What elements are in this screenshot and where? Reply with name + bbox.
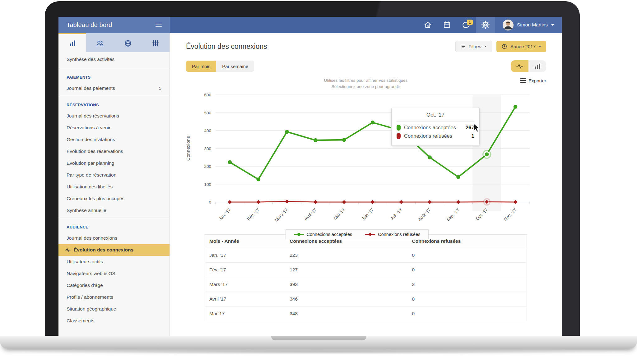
cell-accepted: 223: [285, 248, 407, 262]
filters-button[interactable]: Filtres: [455, 41, 492, 52]
svg-text:Nov. '17: Nov. '17: [503, 207, 518, 222]
sidebar-item-par-type-de-reservation[interactable]: Par type de réservation: [58, 169, 170, 181]
calendar-icon[interactable]: [437, 17, 457, 33]
sidebar-item-label: Évolution par planning: [67, 160, 114, 166]
sidebar-item-synthese-des-activites[interactable]: Synthèse des activités: [58, 52, 170, 67]
tooltip-label: Connexions acceptées: [404, 125, 456, 131]
cell-month: Fév. '17: [205, 262, 286, 277]
sidebar-item-label: Utilisation des libellés: [67, 184, 113, 190]
topbar-brand-section: Tableau de bord: [58, 17, 170, 33]
tooltip-label: Connexions refusées: [404, 133, 452, 139]
sidebar-item-categories-d-age[interactable]: Catégories d'âge: [58, 279, 170, 291]
sidebar-item-journal-des-reservations[interactable]: Journal des réservations: [58, 110, 170, 122]
chat-icon[interactable]: 1: [457, 17, 476, 33]
sidebar-item-label: Journal des paiements: [67, 85, 115, 91]
sidebar-item-journal-des-connexions[interactable]: Journal des connexions: [58, 232, 170, 244]
tab-settings-sliders[interactable]: [142, 33, 170, 52]
cell-refused: 0: [408, 248, 527, 262]
laptop-shadow: [12, 349, 625, 354]
gear-icon[interactable]: [476, 17, 495, 33]
sidebar-item-label: Évolution des réservations: [67, 149, 123, 154]
sidebar-item-situation-geographique[interactable]: Situation géographique: [58, 303, 170, 315]
svg-text:100: 100: [204, 182, 211, 187]
clock-icon: [501, 44, 507, 49]
sidebar-item-evolution-des-reservations[interactable]: Évolution des réservations: [58, 145, 170, 157]
topbar-actions: 1: [170, 17, 562, 33]
sidebar-item-label: Utilisateurs actifs: [67, 259, 103, 265]
sidebar-item-label: Évolution des connexions: [74, 247, 133, 253]
period-tabs: Par mois Par semaine: [186, 61, 254, 72]
cell-accepted: 393: [285, 277, 407, 292]
tooltip-title: Oct. '17: [397, 112, 474, 122]
tab-statistics[interactable]: [58, 33, 86, 52]
sidebar-item-utilisation-des-libelles[interactable]: Utilisation des libellés: [58, 181, 170, 193]
chart-legend: Connexions acceptées Connexions refusées: [286, 229, 429, 239]
user-menu[interactable]: Simon Martins: [495, 17, 562, 33]
series-marker: [397, 125, 401, 131]
sidebar-item-profils-abonnements[interactable]: Profils / abonnements: [58, 291, 170, 303]
sidebar-item-utilisateurs-actifs[interactable]: Utilisateurs actifs: [58, 256, 170, 268]
cell-accepted: 346: [285, 292, 407, 306]
legend-entry-connexions-refusees[interactable]: Connexions refusées: [365, 232, 420, 237]
svg-text:Mai '17: Mai '17: [332, 207, 346, 220]
tab-globe[interactable]: [114, 33, 142, 52]
hamburger-menu-icon[interactable]: [156, 21, 162, 28]
line-chart-toggle[interactable]: [511, 60, 528, 72]
cell-month: Jan. '17: [205, 248, 286, 262]
cell-refused: 0: [408, 292, 527, 306]
laptop-base: [0, 336, 637, 349]
sidebar-item-classements[interactable]: Classements: [58, 315, 170, 327]
sidebar-item-creneaux-les-plus-occupes[interactable]: Créneaux les plus occupés: [58, 193, 170, 205]
sidebar-item-label: Classements: [67, 318, 95, 324]
sidebar-item-label: Catégories d'âge: [67, 283, 103, 288]
tab-users[interactable]: [86, 33, 114, 52]
notification-badge: 1: [467, 20, 473, 25]
sidebar-section-audience: AUDIENCE: [58, 218, 170, 232]
sidebar-item-journal-des-paiements[interactable]: Journal des paiements5: [58, 82, 170, 94]
chart-hint: Utilisez les filtres pour affiner vos st…: [170, 77, 562, 90]
sidebar-item-evolution-par-planning[interactable]: Évolution par planning: [58, 157, 170, 169]
sidebar-item-label: Gestion des invitations: [67, 137, 115, 142]
sidebar-item-evolution-des-connexions[interactable]: Évolution des connexions: [58, 244, 170, 256]
bar-chart-toggle[interactable]: [528, 60, 546, 72]
sidebar-icon-tabs: [58, 33, 170, 52]
legend-entry-connexions-acceptees[interactable]: Connexions acceptées: [294, 232, 352, 237]
topbar: Tableau de bord 1: [58, 17, 562, 33]
sidebar-item-gestion-des-invitations[interactable]: Gestion des invitations: [58, 134, 170, 145]
sidebar-item-reservations-a-venir[interactable]: Réservations à venir: [58, 122, 170, 134]
svg-text:Juil. '17: Juil. '17: [389, 207, 403, 221]
home-icon[interactable]: [418, 17, 437, 33]
sidebar-item-label: Profils / abonnements: [67, 294, 113, 300]
svg-text:Connexions: Connexions: [185, 136, 191, 160]
table-row: Avril '173460: [205, 292, 527, 306]
svg-text:500: 500: [204, 110, 211, 115]
table-row: Mars '173933: [205, 277, 527, 292]
filter-icon: [461, 44, 465, 49]
series-marker: [397, 133, 401, 139]
cell-refused: 0: [408, 262, 527, 277]
cell-month: Mai '17: [205, 306, 286, 321]
export-button[interactable]: Exporter: [520, 78, 546, 84]
legend-marker-icon: [365, 233, 375, 236]
chevron-down-icon: [539, 46, 541, 47]
svg-text:Sep. '17: Sep. '17: [445, 207, 460, 222]
svg-text:300: 300: [204, 146, 211, 151]
sidebar-item-navigateurs-web-os[interactable]: Navigateurs web & OS: [58, 268, 170, 279]
tooltip-row: Connexions refusées 1: [397, 133, 474, 139]
tab-par-semaine[interactable]: Par semaine: [216, 61, 254, 72]
sidebar-item-synthese-annuelle[interactable]: Synthèse annuelle: [58, 205, 170, 216]
page-title: Évolution des connexions: [186, 42, 267, 51]
legend-marker-icon: [294, 233, 304, 236]
svg-text:200: 200: [204, 164, 211, 169]
chevron-down-icon: [551, 24, 554, 26]
cell-month: Avril '17: [205, 292, 286, 306]
connections-table: Mois - AnnéeConnexions acceptéesConnexio…: [205, 234, 527, 321]
tab-par-mois[interactable]: Par mois: [186, 61, 216, 72]
connections-chart-area: 0100200300400500600Jan. '17Fév. '17Mars …: [183, 90, 531, 226]
cell-accepted: 348: [285, 306, 407, 321]
app-title: Tableau de bord: [67, 21, 112, 29]
user-name: Simon Martins: [517, 22, 548, 28]
sidebar-item-label: Par type de réservation: [67, 172, 116, 178]
chart-type-toggle: [511, 60, 546, 72]
year-filter-button[interactable]: Année 2017: [496, 41, 546, 52]
